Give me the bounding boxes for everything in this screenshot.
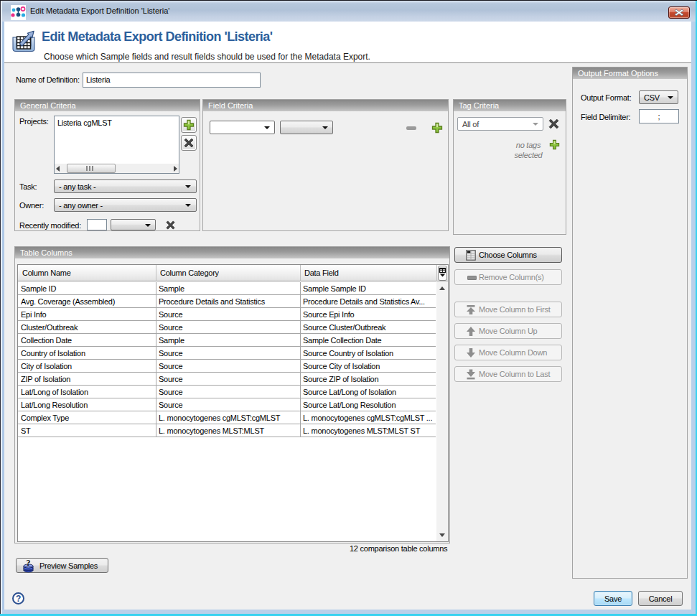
- svg-text:?: ?: [27, 559, 31, 568]
